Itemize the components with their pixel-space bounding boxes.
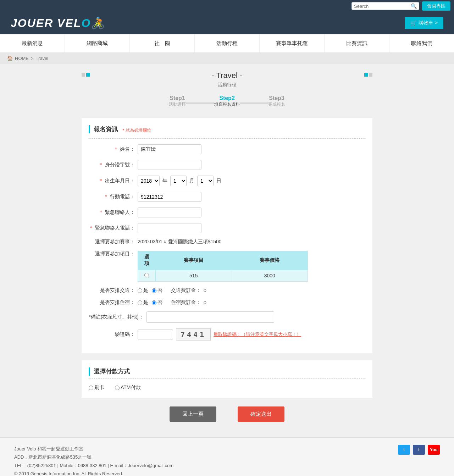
birth-year-select[interactable]: 2018 2017 2000 1990 1985 1980: [138, 176, 160, 186]
hotel-yes-text: 是: [143, 299, 148, 306]
notes-label: *備註(衣服尺寸、其他)：: [89, 314, 144, 320]
hotel-yes-radio[interactable]: [138, 300, 142, 305]
phone-input[interactable]: [138, 192, 201, 202]
nav-item-race[interactable]: 比賽資訊: [325, 34, 389, 52]
footer-company: Jouer Velo 和我一起愛運動工作室: [14, 445, 173, 453]
nav-item-contact[interactable]: 聯絡我們: [389, 34, 454, 52]
captcha-input[interactable]: [138, 330, 173, 339]
hotel-label: 是否安排住宿：: [89, 299, 135, 306]
phone-row: ＊ 行動電話：: [89, 192, 365, 202]
cart-label: 購物車 >: [419, 20, 438, 26]
name-input[interactable]: [138, 144, 201, 154]
member-button[interactable]: 會員專區: [422, 1, 450, 11]
breadcrumb: 🏠 HOME > Travel: [0, 53, 454, 64]
page-title-area: - Travel - 活動行程: [82, 71, 372, 88]
dec-square-blue-r: [364, 73, 368, 77]
phone-label: ＊ 行動電話：: [89, 194, 135, 200]
registration-title: 報名資訊: [89, 125, 118, 133]
hotel-no-label[interactable]: 否: [152, 299, 162, 306]
cart-button[interactable]: 🛒 購物車 >: [405, 17, 443, 29]
table-cell-radio[interactable]: [138, 270, 156, 282]
captcha-label: 驗證碼：: [89, 331, 135, 338]
nav-item-club[interactable]: 社 圈: [130, 34, 195, 52]
page-subtitle: 活動行程: [82, 82, 372, 88]
birthdate-label: ＊ 出生年月日：: [89, 178, 135, 184]
day-unit: 日: [216, 178, 221, 184]
emergency-contact-label: ＊ 緊急聯絡人：: [89, 209, 135, 216]
breadcrumb-home[interactable]: HOME: [15, 56, 29, 61]
transport-yes-label[interactable]: 是: [138, 287, 148, 294]
footer: Jouer Velo 和我一起愛運動工作室 ADD．新北市新莊區化成路535之一…: [0, 437, 454, 476]
transport-row: 是否安排交通： 是 否 交通費訂金： 0: [89, 287, 365, 294]
payment-section: 選擇付款方式 刷卡 ATM付款: [82, 360, 372, 398]
payment-card-label[interactable]: 刷卡: [89, 384, 104, 391]
step1-block: Step1 活動選擇: [169, 95, 186, 107]
youtube-icon[interactable]: You: [428, 445, 440, 455]
hotel-row: 是否安排住宿： 是 否 住宿費訂金： 0: [89, 299, 365, 306]
submit-button[interactable]: 確定送出: [238, 406, 284, 422]
dec-square-blue: [86, 73, 90, 77]
event-item-radio[interactable]: [144, 273, 149, 277]
page-title: - Travel -: [82, 71, 372, 80]
item-table-wrap: 選項 賽事項目 賽事價格 515 3000: [138, 251, 308, 282]
req-star3: ＊: [99, 178, 104, 183]
payment-atm-radio[interactable]: [115, 386, 120, 390]
event-table: 選項 賽事項目 賽事價格 515 3000: [138, 251, 308, 282]
logo-bar: JOUER VELO🚴 🛒 購物車 >: [0, 12, 454, 34]
hotel-no-text: 否: [157, 299, 162, 306]
transport-fee-label: 交通費訂金：: [171, 287, 201, 294]
home-icon: 🏠: [7, 56, 13, 61]
nav-item-events[interactable]: 活動行程: [195, 34, 260, 52]
step2-name: Step2: [219, 95, 235, 101]
twitter-icon[interactable]: t: [398, 445, 410, 455]
step3-desc: 完成報名: [268, 101, 285, 107]
step-connector-1: [186, 103, 214, 104]
dec-square-gray-r: [369, 73, 372, 77]
notes-row: *備註(衣服尺寸、其他)：: [89, 311, 365, 323]
birth-day-select[interactable]: 1234 5678 9101112 13141516 17181920 2122…: [197, 176, 214, 186]
notes-input[interactable]: [146, 311, 274, 323]
event-label: 選擇要參加賽事：: [89, 239, 135, 245]
month-unit: 月: [189, 178, 194, 184]
captcha-refresh-link[interactable]: 重取驗證碼！（請注意英文字母大小寫！）: [214, 331, 301, 338]
payment-divider: [89, 378, 365, 379]
breadcrumb-separator: >: [31, 56, 34, 61]
transport-radio-group: 是 否: [138, 287, 162, 294]
payment-atm-label[interactable]: ATM付款: [115, 384, 141, 391]
back-button[interactable]: 回上一頁: [170, 406, 216, 422]
search-input[interactable]: [354, 4, 411, 9]
id-row: ＊ 身分證字號：: [89, 160, 365, 170]
facebook-icon[interactable]: f: [413, 445, 425, 455]
hotel-yes-label[interactable]: 是: [138, 299, 148, 306]
hotel-no-radio[interactable]: [152, 300, 156, 305]
id-input[interactable]: [138, 160, 201, 170]
step2-block: Step2 填寫報名資料: [214, 95, 240, 107]
name-label: ＊ 姓名：: [89, 146, 135, 153]
payment-title: 選擇付款方式: [89, 367, 365, 376]
table-cell-item: 515: [156, 270, 232, 282]
transport-no-text: 否: [157, 287, 162, 294]
emergency-contact-input[interactable]: [138, 207, 201, 217]
nav-item-transport[interactable]: 賽事單車托運: [260, 34, 325, 52]
table-header-select: 選項: [138, 251, 156, 270]
page-wrapper: - Travel - 活動行程 Step1 活動選擇 Step2 填寫報名資料 …: [74, 64, 380, 437]
title-decorator-left: [82, 73, 90, 77]
transport-yes-radio[interactable]: [138, 288, 142, 293]
transport-no-label[interactable]: 否: [152, 287, 162, 294]
button-row: 回上一頁 確定送出: [82, 406, 372, 422]
transport-no-radio[interactable]: [152, 288, 156, 293]
search-button[interactable]: 🔍: [411, 3, 417, 9]
emergency-phone-input[interactable]: [138, 223, 201, 233]
registration-section: 報名資訊 ＊就為必填欄位 ＊ 姓名： ＊ 身分證字號： ＊ 出生年月日： 201…: [82, 118, 372, 353]
table-header-item: 賽事項目: [156, 251, 232, 270]
req-star4: ＊: [104, 194, 109, 199]
payment-card-radio[interactable]: [89, 386, 93, 390]
search-wrap: 🔍: [351, 2, 419, 10]
nav-item-shop[interactable]: 網路商城: [65, 34, 130, 52]
hotel-fee-label: 住宿費訂金：: [171, 299, 201, 306]
transport-fee-value: 0: [204, 288, 206, 293]
birth-month-select[interactable]: 1234 5678 9101112: [170, 176, 187, 186]
table-cell-price: 3000: [232, 270, 308, 282]
nav-item-news[interactable]: 最新消息: [0, 34, 65, 52]
payment-card-text: 刷卡: [94, 384, 104, 391]
